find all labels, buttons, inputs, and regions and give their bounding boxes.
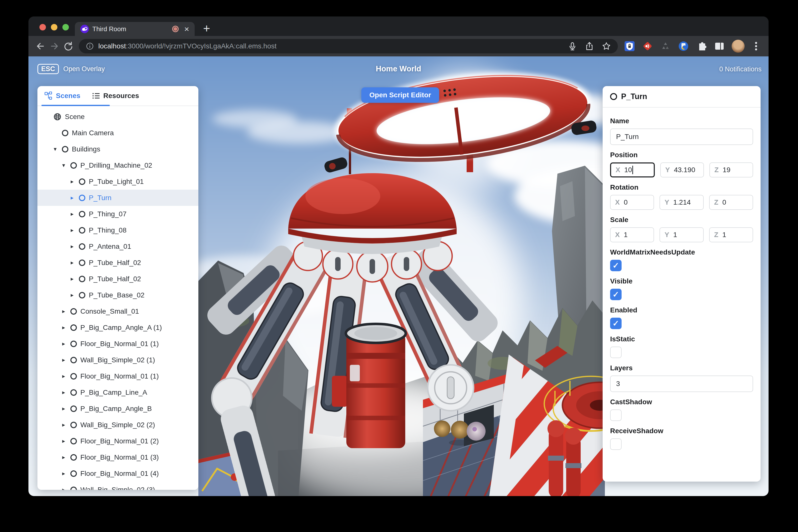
caret-right-icon[interactable]: ▸ — [60, 454, 67, 461]
tree-item-p-tube-light-01[interactable]: ▸P_Tube_Light_01 — [37, 173, 198, 190]
caret-right-icon[interactable]: ▸ — [69, 276, 75, 282]
input-value: 19 — [723, 166, 730, 174]
tree-item-scene[interactable]: Scene — [37, 109, 198, 125]
tree-item-buildings[interactable]: ▾Buildings — [37, 141, 198, 157]
caret-right-icon[interactable]: ▸ — [69, 194, 75, 201]
address-bar[interactable]: localhost:3000/world/!vjrzmTVOcyIsLgaAkA… — [79, 39, 618, 53]
reload-icon[interactable] — [61, 39, 75, 53]
minimize-window-button[interactable] — [51, 24, 57, 31]
isstatic-checkbox[interactable] — [610, 347, 622, 358]
node-circle-icon — [79, 227, 86, 233]
tree-item-p-turn[interactable]: ▸P_Turn — [37, 190, 198, 206]
bookmark-star-icon[interactable] — [601, 41, 611, 51]
share-icon[interactable] — [584, 41, 594, 51]
node-circle-icon — [79, 178, 86, 185]
enabled-checkbox[interactable]: ✓ — [610, 318, 622, 329]
worldmatrixneedsupdate-checkbox[interactable]: ✓ — [610, 260, 622, 271]
moon-app-extension-icon[interactable] — [678, 40, 689, 52]
scale-y-input[interactable]: Y1 — [660, 227, 703, 242]
caret-right-icon[interactable]: ▸ — [60, 357, 67, 363]
back-icon[interactable] — [34, 39, 48, 53]
notifications-status[interactable]: 0 Notifications — [719, 65, 762, 73]
name-input[interactable]: P_Turn — [610, 129, 753, 145]
caret-right-icon[interactable]: ▸ — [69, 227, 75, 233]
caret-right-icon[interactable]: ▸ — [69, 292, 75, 299]
position-y-input[interactable]: Y43.190 — [660, 163, 704, 177]
tree-item-p-tube-half-02[interactable]: ▸P_Tube_Half_02 — [37, 254, 198, 271]
tab-resources[interactable]: Resources — [92, 92, 139, 100]
caret-right-icon[interactable]: ▸ — [60, 438, 67, 444]
tree-item-p-tube-half-02[interactable]: ▸P_Tube_Half_02 — [37, 271, 198, 287]
caret-right-icon[interactable]: ▸ — [60, 389, 67, 396]
position-x-input[interactable]: X10 — [610, 163, 655, 177]
url-text[interactable]: localhost:3000/world/!vjrzmTVOcyIsLgaAkA… — [98, 42, 277, 50]
tree-item-floor-big-normal-01-4[interactable]: ▸Floor_Big_Normal_01 (4) — [37, 466, 198, 481]
tree-item-floor-big-normal-01-1[interactable]: ▸Floor_Big_Normal_01 (1) — [37, 368, 198, 384]
caret-right-icon[interactable]: ▸ — [60, 324, 67, 331]
tree-item-p-big-camp-angle-b[interactable]: ▸P_Big_Camp_Angle_B — [37, 400, 198, 417]
caret-right-icon[interactable]: ▸ — [69, 243, 75, 250]
caret-down-icon[interactable]: ▾ — [60, 162, 67, 169]
scale-x-input[interactable]: X1 — [610, 227, 654, 242]
new-tab-button[interactable]: + — [203, 21, 210, 35]
tree-item-wall-big-simple-02-1[interactable]: ▸Wall_Big_Simple_02 (1) — [37, 352, 198, 368]
caret-right-icon[interactable]: ▸ — [60, 340, 67, 347]
caret-right-icon[interactable]: ▸ — [69, 178, 75, 185]
scene-hierarchy-panel: Scenes Resources SceneMain Camera▾Buildi… — [37, 86, 198, 490]
extensions-puzzle-icon[interactable] — [696, 40, 707, 52]
position-z-input[interactable]: Z19 — [709, 163, 753, 177]
tree-item-p-drilling-machine-02[interactable]: ▾P_Drilling_Machine_02 — [37, 157, 198, 173]
menu-kebab-icon[interactable] — [751, 40, 761, 52]
close-window-button[interactable] — [39, 24, 46, 31]
zoom-window-button[interactable] — [62, 24, 69, 31]
caret-right-icon[interactable]: ▸ — [60, 421, 67, 428]
recycle-extension-icon[interactable] — [660, 40, 671, 52]
inspector-fields: NameP_TurnPositionX10Y43.190Z19RotationX… — [603, 108, 761, 453]
node-circle-icon — [70, 454, 77, 461]
caret-down-icon[interactable]: ▾ — [52, 146, 58, 152]
caret-right-icon[interactable]: ▸ — [60, 486, 67, 490]
tree-item-main-camera[interactable]: Main Camera — [37, 125, 198, 141]
tab-close-icon[interactable]: × — [184, 25, 189, 33]
password-manager-icon[interactable] — [624, 40, 635, 52]
visible-checkbox[interactable]: ✓ — [610, 289, 622, 300]
profile-avatar[interactable] — [732, 40, 745, 53]
tree-item-console-small-01[interactable]: ▸Console_Small_01 — [37, 303, 198, 319]
rotation-x-input[interactable]: X0 — [610, 195, 654, 210]
tree-item-wall-big-simple-02-3[interactable]: ▸Wall_Big_Simple_02 (3) — [37, 481, 198, 490]
mic-icon[interactable] — [567, 41, 577, 51]
tab-scenes[interactable]: Scenes — [44, 92, 80, 100]
info-icon[interactable] — [86, 42, 94, 51]
input-value: 1 — [673, 231, 677, 239]
tree-item-p-antena-01[interactable]: ▸P_Antena_01 — [37, 238, 198, 254]
scale-z-input[interactable]: Z1 — [709, 227, 753, 242]
caret-right-icon[interactable]: ▸ — [69, 211, 75, 217]
screen: Third Room × + localhost:3000/world/!vjr… — [0, 0, 798, 532]
tree-item-p-big-camp-angle-a-1[interactable]: ▸P_Big_Camp_Angle_A (1) — [37, 319, 198, 336]
tree-item-floor-big-normal-01-3[interactable]: ▸Floor_Big_Normal_01 (3) — [37, 449, 198, 466]
castshadow-checkbox[interactable] — [610, 410, 622, 421]
forward-icon[interactable] — [48, 39, 61, 53]
tree-item-p-tube-base-02[interactable]: ▸P_Tube_Base_02 — [37, 287, 198, 303]
rotation-z-input[interactable]: Z0 — [709, 195, 753, 210]
red-diamond-extension-icon[interactable] — [642, 40, 653, 52]
tree-item-floor-big-normal-01-1[interactable]: ▸Floor_Big_Normal_01 (1) — [37, 336, 198, 352]
caret-right-icon[interactable]: ▸ — [60, 470, 67, 477]
receiveshadow-checkbox[interactable] — [610, 438, 622, 450]
caret-right-icon[interactable]: ▸ — [60, 373, 67, 380]
tree-item-p-thing-08[interactable]: ▸P_Thing_08 — [37, 222, 198, 238]
side-panel-icon[interactable] — [714, 40, 725, 52]
tree-item-p-big-camp-line-a[interactable]: ▸P_Big_Camp_Line_A — [37, 384, 198, 400]
caret-right-icon[interactable]: ▸ — [60, 405, 67, 412]
caret-right-icon[interactable]: ▸ — [69, 259, 75, 266]
rotation-y-input[interactable]: Y1.214 — [660, 195, 703, 210]
world-title: Home World — [28, 64, 768, 73]
layers-input[interactable]: 3 — [610, 376, 753, 392]
browser-tab-third-room[interactable]: Third Room × — [75, 22, 195, 36]
caret-right-icon[interactable]: ▸ — [60, 308, 67, 315]
axis-label: X — [615, 166, 620, 174]
open-script-editor-button[interactable]: Open Script Editor — [361, 87, 439, 103]
tree-item-floor-big-normal-01-2[interactable]: ▸Floor_Big_Normal_01 (2) — [37, 433, 198, 449]
tree-item-p-thing-07[interactable]: ▸P_Thing_07 — [37, 206, 198, 222]
tree-item-wall-big-simple-02-2[interactable]: ▸Wall_Big_Simple_02 (2) — [37, 417, 198, 433]
